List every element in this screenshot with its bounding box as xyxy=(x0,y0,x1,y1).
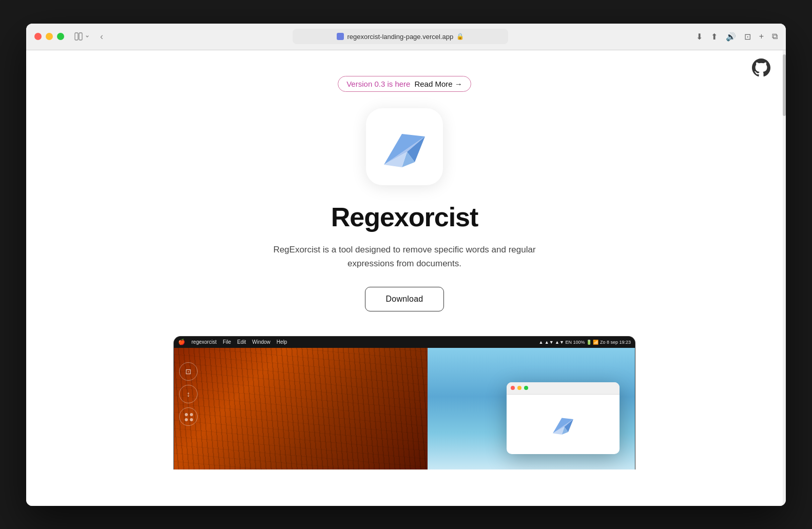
tabs-icon[interactable]: ⧉ xyxy=(772,32,778,41)
lock-icon: 🔒 xyxy=(456,33,464,40)
landing-main: Version 0.3 is here Read More → xyxy=(26,50,783,469)
toolbar-right: ⬇ ⬆ 🔊 ⊡ + ⧉ xyxy=(696,32,778,42)
close-button[interactable] xyxy=(34,33,42,40)
page-scrollable[interactable]: Version 0.3 is here Read More → xyxy=(26,50,783,506)
app-menu: regexorcist xyxy=(191,339,217,345)
read-more-link[interactable]: Read More → xyxy=(414,80,462,88)
screenshot-inner: 🍎 regexorcist File Edit Window Help ▲ ▲▼… xyxy=(174,337,635,469)
screenshot-preview: 🍎 regexorcist File Edit Window Help ▲ ▲▼… xyxy=(173,336,635,469)
traffic-lights xyxy=(34,33,64,40)
toolbar-btn-2: ↕ xyxy=(179,385,198,403)
app-title: Regexorcist xyxy=(331,202,478,232)
dot-4 xyxy=(190,418,193,421)
dot-2 xyxy=(190,413,193,416)
add-tab-button[interactable]: + xyxy=(759,32,764,41)
title-bar: ‹ regexorcist-landing-page.vercel.app 🔒 … xyxy=(26,24,786,50)
dialog-minimize xyxy=(517,386,521,390)
minimize-button[interactable] xyxy=(46,33,53,40)
toolbar-btn-1: ⊡ xyxy=(179,362,198,381)
download-button[interactable]: Download xyxy=(365,287,444,311)
airplay-icon[interactable]: ⊡ xyxy=(744,32,751,42)
url-input[interactable]: regexorcist-landing-page.vercel.app 🔒 xyxy=(293,29,508,44)
menubar-status: ▲ ▲▼ ▲▼ EN 100% 🔋 📶 Zo 8 sep 19:23 xyxy=(538,340,631,345)
dot-3 xyxy=(185,418,188,421)
version-text: Version 0.3 is here xyxy=(346,80,410,88)
dot-1 xyxy=(185,413,188,416)
svg-rect-0 xyxy=(75,33,78,40)
mac-left-panel: ⊡ ↕ xyxy=(174,348,428,469)
svg-rect-1 xyxy=(79,33,82,40)
scrollbar[interactable] xyxy=(783,50,786,506)
file-menu: File xyxy=(223,339,231,345)
dialog-maximize xyxy=(524,386,528,390)
maximize-button[interactable] xyxy=(57,33,64,40)
toolbar-dots xyxy=(179,407,198,426)
sidebar-toggle[interactable] xyxy=(74,32,90,41)
back-button[interactable]: ‹ xyxy=(98,30,105,43)
browser-window: ‹ regexorcist-landing-page.vercel.app 🔒 … xyxy=(26,24,786,506)
mac-dialog-titlebar xyxy=(507,382,620,395)
mac-toolbar: ⊡ ↕ xyxy=(179,362,198,426)
address-bar[interactable]: regexorcist-landing-page.vercel.app 🔒 xyxy=(122,29,680,44)
app-icon-container xyxy=(366,108,443,185)
app-icon xyxy=(379,121,430,172)
page-content: Version 0.3 is here Read More → xyxy=(26,50,786,506)
mac-dialog xyxy=(507,382,620,454)
github-corner[interactable] xyxy=(752,58,770,79)
apple-menu: 🍎 xyxy=(178,339,185,345)
download-icon[interactable]: ⬇ xyxy=(696,32,703,42)
url-text: regexorcist-landing-page.vercel.app xyxy=(347,33,453,41)
github-icon xyxy=(752,58,770,77)
audio-icon[interactable]: 🔊 xyxy=(726,32,736,42)
favicon xyxy=(337,33,344,40)
dialog-close xyxy=(511,386,515,390)
mac-menubar: 🍎 regexorcist File Edit Window Help ▲ ▲▼… xyxy=(174,337,635,348)
dialog-icon xyxy=(550,412,576,437)
edit-menu: Edit xyxy=(237,339,246,345)
mac-dialog-content xyxy=(507,395,620,454)
menubar-right: ▲ ▲▼ ▲▼ EN 100% 🔋 📶 Zo 8 sep 19:23 xyxy=(538,340,631,345)
help-menu: Help xyxy=(277,339,287,345)
app-description: RegExorcist is a tool designed to remove… xyxy=(250,243,558,270)
window-menu: Window xyxy=(252,339,270,345)
nav-buttons: ‹ xyxy=(98,30,105,43)
scrollbar-thumb[interactable] xyxy=(783,54,786,116)
share-icon[interactable]: ⬆ xyxy=(711,32,718,42)
version-badge[interactable]: Version 0.3 is here Read More → xyxy=(338,76,471,92)
